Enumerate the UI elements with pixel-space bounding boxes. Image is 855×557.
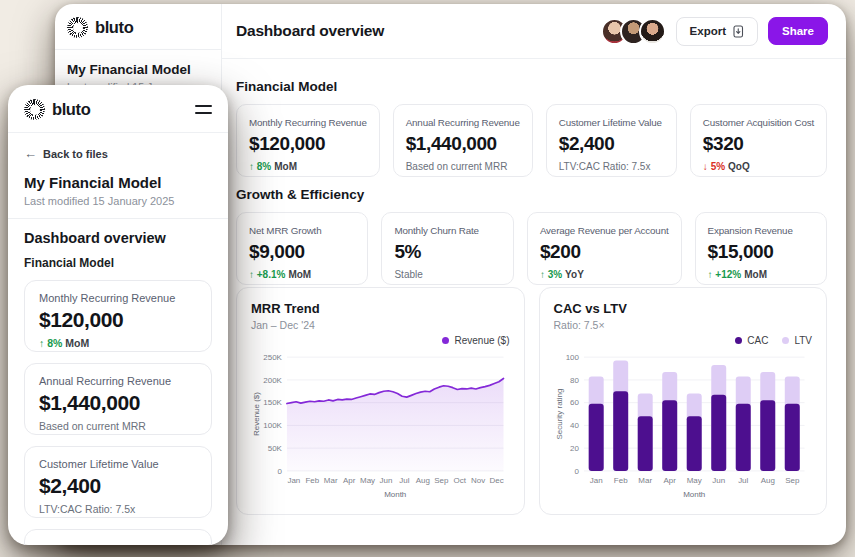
legend-dot-icon	[442, 337, 449, 344]
svg-text:Jul: Jul	[399, 476, 409, 485]
svg-text:100: 100	[565, 353, 579, 362]
logo-wordmark: bluto	[52, 100, 90, 119]
legend-label: LTV	[794, 335, 812, 346]
file-panel-header: bluto	[8, 85, 228, 133]
legend-item-revenue: Revenue ($)	[442, 335, 509, 346]
svg-text:40: 40	[570, 421, 579, 430]
trend-up-indicator: ↑ 8%	[249, 161, 271, 172]
svg-text:Aug: Aug	[760, 476, 774, 485]
main-area: Dashboard overview Export	[222, 4, 846, 545]
metric-period: MoM	[288, 269, 311, 280]
metric-period: MoM	[744, 269, 767, 280]
cac-vs-ltv-chart-card: CAC vs LTV Ratio: 7.5× CAC LTV	[539, 287, 828, 515]
metric-label: Annual Recurring Revenue	[406, 117, 520, 128]
legend-item-ltv: LTV	[782, 335, 812, 346]
metric-label: Net MRR Growth	[249, 225, 355, 236]
metric-value: $120,000	[39, 308, 197, 332]
svg-text:Jul: Jul	[738, 476, 748, 485]
svg-text:Sep: Sep	[434, 476, 449, 485]
metric-card-churn-rate: Monthly Churn Rate 5% Stable	[381, 212, 513, 285]
back-link-label: Back to files	[43, 148, 108, 160]
metric-card-clv: Customer Lifetime Value $2,400 LTV:CAC R…	[546, 104, 677, 177]
page-title: Dashboard overview	[236, 22, 384, 40]
svg-text:Dec: Dec	[490, 476, 504, 485]
document-last-modified: Last modified 15 January 2025	[24, 195, 212, 207]
svg-text:20: 20	[570, 444, 579, 453]
trend-up-indicator: ↑ +12%	[708, 269, 742, 280]
chart-legend: Revenue ($)	[251, 333, 510, 347]
export-button-label: Export	[690, 25, 726, 37]
back-to-files-link[interactable]: ← Back to files	[24, 146, 212, 161]
metric-period: QoQ	[728, 161, 750, 172]
share-button[interactable]: Share	[768, 17, 828, 45]
metric-card-expansion-revenue: Expansion Revenue $15,000 ↑ +12%MoM	[695, 212, 827, 285]
chart-subtitle: Ratio: 7.5×	[554, 319, 813, 331]
svg-text:Security rating: Security rating	[554, 389, 563, 440]
chart-legend: CAC LTV	[554, 333, 813, 347]
trend-down-indicator: ↓ 5%	[703, 161, 725, 172]
metric-value: 5%	[394, 241, 500, 263]
svg-text:100K: 100K	[263, 421, 282, 430]
file-panel-body: ← Back to files My Financial Model Last …	[8, 133, 228, 545]
svg-text:Revenue ($): Revenue ($)	[252, 392, 261, 436]
metric-note: Based on current MRR	[39, 420, 146, 432]
trend-up-indicator: ↑ 3%	[540, 269, 562, 280]
svg-text:250K: 250K	[263, 353, 282, 362]
export-document-icon	[732, 25, 744, 38]
legend-item-cac: CAC	[735, 335, 768, 346]
metric-card-arr: Annual Recurring Revenue $1,440,000 Base…	[24, 363, 212, 435]
svg-text:60: 60	[570, 398, 579, 407]
legend-label: Revenue ($)	[454, 335, 509, 346]
svg-text:Jan: Jan	[589, 476, 602, 485]
back-arrow-icon: ←	[24, 146, 37, 161]
metric-value: $2,400	[39, 474, 197, 498]
chart-subtitle: Jan – Dec '24	[251, 319, 510, 331]
metric-value: $1,440,000	[39, 391, 197, 415]
svg-text:200K: 200K	[263, 376, 282, 385]
menu-icon[interactable]	[195, 103, 212, 115]
trend-up-indicator: ↑ +8.1%	[249, 269, 285, 280]
share-button-label: Share	[782, 25, 814, 37]
section-title-growth-efficiency: Growth & Efficiency	[236, 187, 827, 202]
metric-period: YoY	[565, 269, 584, 280]
metric-card-partial	[24, 529, 212, 545]
svg-text:Apr: Apr	[343, 476, 356, 485]
metric-value: $2,400	[559, 133, 664, 155]
cac-vs-ltv-bar-chart: 020406080100MonthSecurity ratingJanFebMa…	[554, 349, 813, 499]
metric-card-arpa: Average Revenue per Account $200 ↑ 3%YoY	[527, 212, 682, 285]
svg-text:May: May	[360, 476, 375, 485]
export-button[interactable]: Export	[676, 17, 758, 46]
metric-value: $320	[703, 133, 814, 155]
legend-dot-icon	[782, 337, 789, 344]
legend-label: CAC	[747, 335, 768, 346]
panel-subsection-title: Financial Model	[24, 256, 212, 270]
metric-label: Average Revenue per Account	[540, 225, 669, 236]
metric-value: $9,000	[249, 241, 355, 263]
svg-text:Aug: Aug	[416, 476, 430, 485]
svg-text:Feb: Feb	[613, 476, 627, 485]
mrr-trend-chart-card: MRR Trend Jan – Dec '24 Revenue ($) 050K…	[236, 287, 525, 515]
metric-period: MoM	[65, 337, 89, 349]
metric-card-arr: Annual Recurring Revenue $1,440,000 Base…	[393, 104, 533, 177]
avatar[interactable]	[639, 18, 666, 45]
main-header: Dashboard overview Export	[222, 4, 846, 59]
svg-text:0: 0	[574, 467, 579, 476]
metric-label: Customer Acquisition Cost	[703, 117, 814, 128]
metric-card-mrr: Monthly Recurring Revenue $120,000 ↑ 8%M…	[236, 104, 380, 177]
metric-label: Customer Lifetime Value	[559, 117, 664, 128]
logo: bluto	[24, 99, 90, 120]
mrr-trend-line-chart: 050K100K150K200K250KMonthRevenue ($)JanF…	[251, 349, 510, 499]
svg-text:Jun: Jun	[380, 476, 393, 485]
metric-label: Monthly Recurring Revenue	[249, 117, 367, 128]
svg-text:Month: Month	[683, 490, 705, 499]
svg-text:Jun: Jun	[712, 476, 725, 485]
svg-text:150K: 150K	[263, 398, 282, 407]
metric-label: Monthly Churn Rate	[394, 225, 500, 236]
divider	[55, 49, 221, 50]
svg-text:Nov: Nov	[471, 476, 485, 485]
svg-text:Month: Month	[384, 490, 406, 499]
svg-text:Apr: Apr	[663, 476, 676, 485]
bluto-logo-icon	[24, 99, 45, 120]
metric-label: Customer Lifetime Value	[39, 458, 197, 470]
app-canvas: bluto My Financial Model Last modified 1…	[0, 0, 855, 557]
